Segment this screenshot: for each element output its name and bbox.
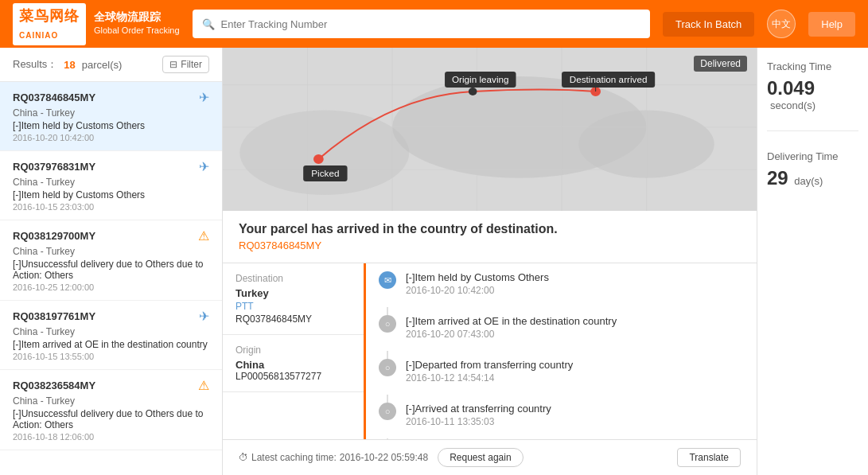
destination-carrier[interactable]: PTT xyxy=(235,301,351,312)
cache-label: Latest caching time: xyxy=(251,452,337,463)
delivering-time-block: Delivering Time 29 day(s) xyxy=(767,150,858,189)
warn-icon: ⚠ xyxy=(198,378,209,393)
cache-time-area: ⏱ Latest caching time: 2016-10-22 05:59:… xyxy=(239,452,428,463)
timeline-icon: ○ xyxy=(379,359,396,376)
help-button[interactable]: Help xyxy=(808,12,855,37)
parcel-info: Your parcel has arrived in the country o… xyxy=(223,211,757,263)
timeline-item: ✉ [-]Item held by Customs Others 2016-10… xyxy=(379,271,744,296)
parcel-status: [-]Unsuccessful delivery due to Others d… xyxy=(13,408,209,430)
delivering-time-label: Delivering Time xyxy=(767,150,858,162)
origin-country: China xyxy=(235,359,351,371)
delivering-time-value: 29 xyxy=(767,167,788,189)
svg-point-12 xyxy=(313,154,324,164)
warn-icon: ⚠ xyxy=(198,228,209,243)
tracking-time-block: Tracking Time 0.049 second(s) xyxy=(767,60,858,111)
timeline-icon: ○ xyxy=(379,403,396,420)
delivered-badge: Delivered xyxy=(694,56,747,72)
parcel-item[interactable]: RQ038236584MY ⚠ China - Turkey [-]Unsucc… xyxy=(0,370,222,450)
ship-icon: ✈ xyxy=(199,309,209,324)
delivering-time-unit: day(s) xyxy=(794,175,823,187)
timeline-item: ○ [-]Departed from transferring country … xyxy=(379,359,744,384)
logo-cainiao: 菜鸟网络 CAINIAO xyxy=(13,3,86,45)
timeline-item: ○ [-]Item arrived at OE in the destinati… xyxy=(379,315,744,340)
parcel-date: 2016-10-15 13:55:00 xyxy=(13,352,209,361)
app-header: 菜鸟网络 CAINIAO 全球物流跟踪 Global Order Trackin… xyxy=(0,0,868,48)
ship-icon: ✈ xyxy=(199,90,209,105)
parcel-item[interactable]: RQ038197761MY ✈ China - Turkey [-]Item a… xyxy=(0,301,222,370)
parcel-status: [-]Item held by Customs Others xyxy=(13,189,209,201)
timeline-event: [-]Item held by Customs Others xyxy=(406,271,549,283)
results-unit: parcel(s) xyxy=(82,59,123,71)
timeline-icon: ✉ xyxy=(379,271,396,289)
tracking-time-unit: second(s) xyxy=(770,99,815,111)
parcel-status: [-]Item arrived at OE in the destination… xyxy=(13,339,209,350)
parcel-id: RQ038236584MY xyxy=(13,380,95,391)
ship-icon: ✈ xyxy=(199,159,209,174)
right-panel: Tracking Time 0.049 second(s) Delivering… xyxy=(757,48,868,475)
parcel-item[interactable]: RQ037976831MY ✈ China - Turkey [-]Item h… xyxy=(0,151,222,220)
origin-tracking-id: LP00056813577277 xyxy=(235,371,351,382)
timeline-event: [-]Item arrived at OE in the destination… xyxy=(406,315,617,327)
tracking-time-value: 0.049 xyxy=(767,77,815,99)
timeline-date: 2016-10-12 14:54:14 xyxy=(406,372,573,384)
request-again-button[interactable]: Request again xyxy=(438,448,523,467)
origin-section: Origin China LP00056813577277 xyxy=(223,335,364,392)
parcel-id: RQ038197761MY xyxy=(13,310,95,322)
parcel-date: 2016-10-15 23:03:00 xyxy=(13,202,209,212)
svg-text:Destination arrived: Destination arrived xyxy=(570,75,648,84)
translate-button[interactable]: Translate xyxy=(677,448,741,467)
timeline-list: ✉ [-]Item held by Customs Others 2016-10… xyxy=(379,271,744,464)
track-batch-button[interactable]: Track In Batch xyxy=(663,12,754,37)
clock-icon: ⏱ xyxy=(239,452,248,463)
destination-label: Destination xyxy=(235,273,351,284)
parcel-arrived-message: Your parcel has arrived in the country o… xyxy=(239,222,741,236)
parcel-list: RQ037846845MY ✈ China - Turkey [-]Item h… xyxy=(0,82,222,450)
parcel-route: China - Turkey xyxy=(13,177,209,188)
main-layout: Results： 18 parcel(s) ⊟ Filter RQ0378468… xyxy=(0,48,868,475)
origin-label: Origin xyxy=(235,345,351,356)
parcel-route: China - Turkey xyxy=(13,246,209,257)
sidebar-header: Results： 18 parcel(s) ⊟ Filter xyxy=(0,48,222,82)
timeline-icon: ○ xyxy=(379,315,396,333)
timeline-event: [-]Arrived at transferring country xyxy=(406,403,551,415)
parcel-date: 2016-10-20 10:42:00 xyxy=(13,133,209,142)
timeline-event: [-]Departed from transferring country xyxy=(406,359,573,371)
timeline-date: 2016-10-11 13:35:03 xyxy=(406,416,551,427)
results-label: Results： xyxy=(13,57,57,72)
parcel-status: [-]Item held by Customs Others xyxy=(13,120,209,131)
timeline-date: 2016-10-20 10:42:00 xyxy=(406,285,549,296)
parcel-item[interactable]: RQ038129700MY ⚠ China - Turkey [-]Unsucc… xyxy=(0,220,222,301)
parcel-route: China - Turkey xyxy=(13,107,209,119)
parcel-route: China - Turkey xyxy=(13,395,209,407)
parcel-status: [-]Unsuccessful delivery due to Others d… xyxy=(13,259,209,281)
logo-area: 菜鸟网络 CAINIAO 全球物流跟踪 Global Order Trackin… xyxy=(13,3,180,45)
svg-text:Picked: Picked xyxy=(311,169,339,178)
content-area: Picked Origin leaving Destination arrive… xyxy=(223,48,757,475)
content-footer: ⏱ Latest caching time: 2016-10-22 05:59:… xyxy=(223,439,757,475)
sidebar: Results： 18 parcel(s) ⊟ Filter RQ0378468… xyxy=(0,48,223,475)
cache-time-value: 2016-10-22 05:59:48 xyxy=(340,452,428,463)
logo-subtitle: Global Order Tracking xyxy=(94,25,180,37)
stat-divider xyxy=(767,130,858,131)
parcel-date: 2016-10-25 12:00:00 xyxy=(13,282,209,292)
destination-section: Destination Turkey PTT RQ037846845MY xyxy=(223,263,364,335)
destination-country: Turkey xyxy=(235,287,351,299)
search-icon: 🔍 xyxy=(202,18,215,30)
parcel-id: RQ038129700MY xyxy=(13,230,95,242)
parcel-id: RQ037976831MY xyxy=(13,161,95,173)
logo-title: 全球物流跟踪 xyxy=(94,10,180,25)
destination-tracking-id: RQ037846845MY xyxy=(235,313,351,325)
search-input[interactable] xyxy=(221,18,640,30)
search-bar: 🔍 xyxy=(193,10,650,38)
tracking-time-label: Tracking Time xyxy=(767,60,858,72)
filter-button[interactable]: ⊟ Filter xyxy=(162,56,209,73)
map-area: Picked Origin leaving Destination arrive… xyxy=(223,48,757,211)
results-count: 18 xyxy=(64,59,75,71)
language-button[interactable]: 中文 xyxy=(767,10,796,38)
parcel-item[interactable]: RQ037846845MY ✈ China - Turkey [-]Item h… xyxy=(0,82,222,151)
parcel-tracking-id[interactable]: RQ037846845MY xyxy=(239,239,741,251)
parcel-id: RQ037846845MY xyxy=(13,91,95,103)
timeline-date: 2016-10-20 07:43:00 xyxy=(406,329,617,340)
filter-icon: ⊟ xyxy=(169,59,177,70)
parcel-route: China - Turkey xyxy=(13,326,209,337)
